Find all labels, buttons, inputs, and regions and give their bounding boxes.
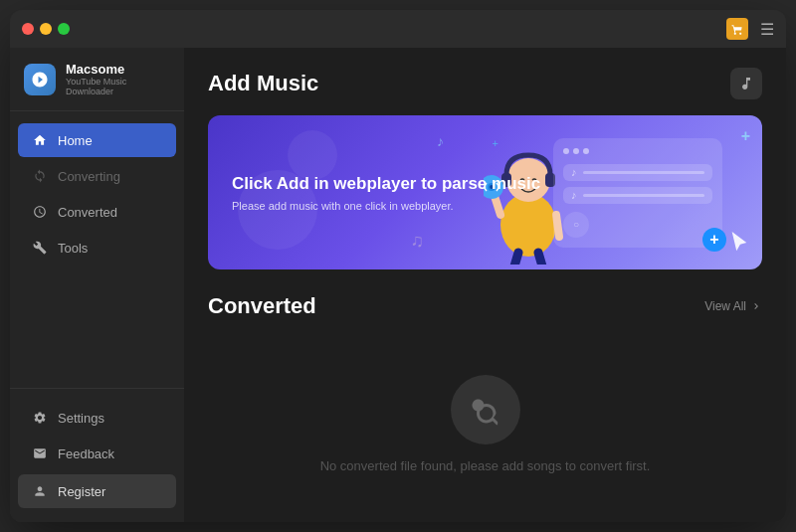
title-bar: ☰ — [10, 10, 786, 48]
register-label: Register — [58, 484, 105, 499]
sidebar-item-home-label: Home — [58, 133, 93, 148]
music-note-float-2: ♫ — [411, 231, 425, 252]
sidebar-brand: Macsome YouTube Music Downloader — [10, 48, 184, 111]
music-note-icon-2: ♪ — [571, 189, 577, 201]
sidebar-item-converted-label: Converted — [58, 205, 117, 220]
plus-decoration: + — [741, 127, 750, 145]
sidebar-item-converted[interactable]: Converted — [18, 195, 176, 229]
converted-section-header: Converted View All — [208, 293, 762, 319]
brand-subtitle: YouTube Music Downloader — [66, 77, 170, 96]
add-plus-button[interactable]: + — [702, 228, 726, 252]
banner-main-text: Click Add in webplayer to parse music — [232, 174, 553, 194]
banner-circle-2 — [288, 130, 337, 180]
settings-icon — [32, 410, 48, 426]
tools-icon — [32, 240, 48, 256]
circle-icon: ○ — [563, 212, 589, 238]
sidebar-bottom: Settings Feedback Register — [10, 388, 184, 522]
main-layout: Macsome YouTube Music Downloader Home Co… — [10, 48, 786, 522]
register-icon — [32, 483, 48, 499]
chevron-right-icon — [750, 300, 762, 312]
brand-logo — [24, 64, 56, 95]
traffic-lights — [22, 23, 70, 35]
empty-state-text: No converted file found, please add song… — [320, 458, 651, 473]
banner-right-panel: ♪ ♪ ○ + — [553, 138, 722, 248]
converting-icon — [32, 168, 48, 184]
empty-state: No converted file found, please add song… — [208, 335, 762, 513]
music-note-float-1: ♪ — [437, 133, 444, 149]
brand-name: Macsome — [66, 62, 170, 77]
sidebar-nav: Home Converting Converted — [10, 111, 184, 388]
cursor-indicator — [728, 232, 750, 258]
banner-sub-text: Please add music with one click in webpl… — [232, 200, 553, 212]
menu-button[interactable]: ☰ — [760, 20, 774, 39]
dot-3 — [583, 148, 589, 154]
sidebar-item-feedback[interactable]: Feedback — [18, 437, 176, 470]
sidebar-item-tools-label: Tools — [58, 241, 88, 256]
add-music-header: Add Music — [208, 68, 762, 99]
empty-state-icon — [451, 375, 520, 444]
dot-2 — [573, 148, 579, 154]
svg-line-9 — [513, 253, 518, 265]
music-card-1: ♪ — [563, 164, 712, 181]
music-note-icon-1: ♪ — [571, 166, 577, 178]
dot-1 — [563, 148, 569, 154]
home-icon — [32, 132, 48, 148]
folder-search-icon — [468, 392, 503, 428]
converted-title: Converted — [208, 293, 316, 319]
svg-line-10 — [538, 253, 543, 265]
cart-button[interactable] — [726, 18, 748, 40]
music-card-2: ♪ — [563, 187, 712, 204]
feedback-icon — [32, 445, 48, 461]
converted-icon — [32, 204, 48, 220]
sidebar-feedback-label: Feedback — [58, 446, 114, 461]
sidebar-item-tools[interactable]: Tools — [18, 231, 176, 265]
logo-icon — [31, 71, 49, 89]
add-music-title: Add Music — [208, 71, 318, 96]
view-all-button[interactable]: View All — [704, 299, 762, 313]
banner-dots — [563, 148, 712, 154]
cursor-icon — [728, 232, 750, 254]
cart-icon — [731, 23, 744, 36]
music-bar-2 — [583, 194, 705, 197]
register-button[interactable]: Register — [18, 474, 176, 508]
brand-text: Macsome YouTube Music Downloader — [66, 62, 170, 96]
sidebar-item-converting-label: Converting — [58, 169, 120, 184]
circle-content: ○ — [573, 219, 579, 230]
add-music-banner: Click Add in webplayer to parse music Pl… — [208, 115, 762, 269]
banner-content: Click Add in webplayer to parse music Pl… — [232, 174, 553, 212]
sidebar-item-settings[interactable]: Settings — [18, 401, 176, 435]
maximize-button[interactable] — [58, 23, 70, 35]
close-button[interactable] — [22, 23, 34, 35]
app-window: ☰ Macsome YouTube Music Downloader — [10, 10, 786, 522]
minimize-button[interactable] — [40, 23, 52, 35]
sidebar: Macsome YouTube Music Downloader Home Co… — [10, 48, 184, 522]
title-bar-actions: ☰ — [726, 18, 774, 40]
music-list-icon — [738, 76, 754, 91]
sidebar-item-home[interactable]: Home — [18, 123, 176, 157]
music-bar-1 — [583, 171, 705, 174]
sidebar-settings-label: Settings — [58, 411, 104, 426]
header-action-button[interactable] — [730, 68, 762, 99]
content-area: Add Music Click Add in webplayer to pars… — [184, 48, 786, 522]
view-all-label: View All — [704, 299, 746, 313]
sidebar-item-converting: Converting — [18, 159, 176, 193]
music-card-row: ○ — [563, 212, 712, 238]
